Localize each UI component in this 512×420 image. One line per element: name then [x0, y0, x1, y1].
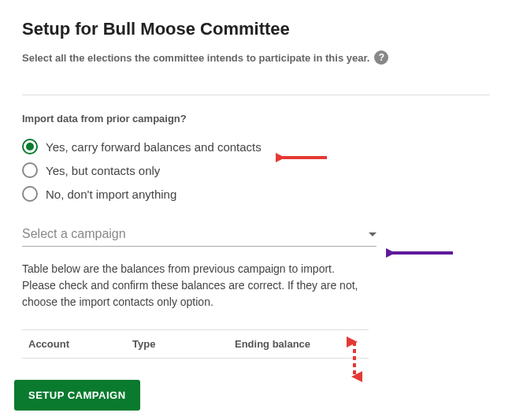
subtitle-text: Select all the elections the committee i…	[22, 52, 369, 64]
radio-option-no-import[interactable]: No, don't import anything	[22, 186, 490, 202]
chevron-down-icon	[369, 232, 377, 236]
radio-option-contacts-only[interactable]: Yes, but contacts only	[22, 162, 490, 178]
radio-label: No, don't import anything	[46, 188, 176, 201]
page-title: Setup for Bull Moose Committee	[22, 19, 490, 39]
divider	[22, 95, 490, 95]
campaign-select[interactable]: Select a campaign	[22, 222, 377, 247]
balances-description: Table below are the balances from previo…	[22, 261, 369, 310]
subtitle-row: Select all the elections the committee i…	[22, 50, 490, 65]
radio-icon	[22, 139, 38, 154]
radio-label: Yes, carry forward balances and contacts	[46, 140, 262, 154]
import-radio-group: Yes, carry forward balances and contacts…	[22, 139, 490, 202]
column-header-account: Account	[22, 338, 132, 350]
column-header-balance: Ending balance	[235, 338, 369, 350]
column-header-type: Type	[132, 338, 235, 350]
radio-option-carry-forward[interactable]: Yes, carry forward balances and contacts	[22, 139, 490, 154]
annotation-arrow-purple-right	[386, 245, 457, 261]
campaign-select-placeholder: Select a campaign	[22, 227, 126, 241]
radio-icon	[22, 186, 38, 202]
setup-campaign-button[interactable]: SETUP CAMPAIGN	[14, 380, 140, 411]
import-section-label: Import data from prior campaign?	[22, 113, 490, 125]
radio-icon	[22, 162, 38, 178]
balances-table-header: Account Type Ending balance	[22, 329, 369, 359]
help-icon[interactable]: ?	[374, 50, 388, 65]
radio-label: Yes, but contacts only	[46, 164, 160, 177]
